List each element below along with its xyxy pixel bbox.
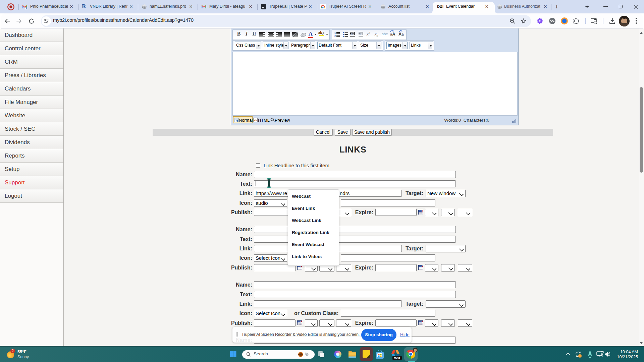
svg-text:1: 1 xyxy=(25,6,27,9)
svg-text:2: 2 xyxy=(334,35,336,37)
svg-text:<>: <> xyxy=(254,119,257,122)
svg-text:1: 1 xyxy=(334,32,336,34)
